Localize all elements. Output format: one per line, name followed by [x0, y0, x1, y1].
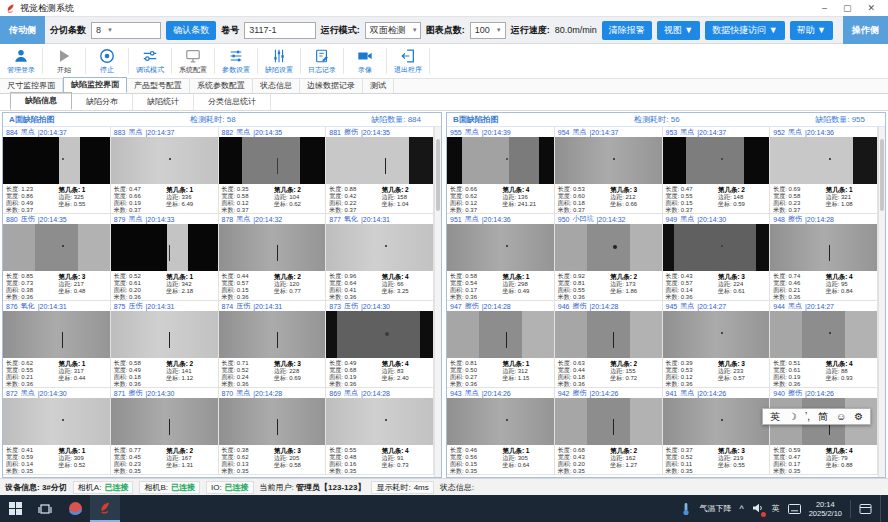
- volume-icon[interactable]: [752, 502, 764, 516]
- defect-cell[interactable]: 878 黑点 |20:14:32 长度: 0.44宽度: 0.57面积: 0.1…: [219, 214, 327, 301]
- sub-tab-3[interactable]: 分类信息统计: [194, 94, 271, 110]
- main-tab-6[interactable]: 测试: [363, 79, 394, 93]
- close-button[interactable]: ✕: [867, 3, 875, 13]
- taskbar-app-browser[interactable]: [60, 495, 90, 522]
- main-tab-2[interactable]: 产品型号配置: [127, 79, 190, 93]
- defect-cell[interactable]: 874 压伤 |20:14:31 长度: 0.71宽度: 0.52面积: 0.2…: [219, 301, 327, 388]
- defect-image[interactable]: [3, 311, 110, 358]
- ime-emoji-icon[interactable]: ☺: [836, 411, 846, 422]
- defect-cell[interactable]: 941 黑点 |20:14:26 长度: 0.37宽度: 0.52面积: 0.1…: [663, 388, 771, 475]
- drive-side-button[interactable]: 传动侧: [0, 16, 45, 44]
- defect-cell[interactable]: 871 擦伤 |20:14:30 长度: 0.77宽度: 0.45面积: 0.2…: [111, 388, 219, 475]
- show-desktop-button[interactable]: [880, 495, 884, 522]
- ime-settings-icon[interactable]: ⚙: [854, 411, 863, 422]
- defect-cell[interactable]: 949 黑点 |20:14:30 长度: 0.43宽度: 0.57面积: 0.1…: [663, 214, 771, 301]
- defect-cell[interactable]: 946 擦伤 |20:14:28 长度: 0.63宽度: 0.44面积: 0.1…: [555, 301, 663, 388]
- defect-cell[interactable]: 945 黑点 |20:14:27 长度: 0.39宽度: 0.53面积: 0.1…: [663, 301, 771, 388]
- main-tab-5[interactable]: 边缘数据记录: [300, 79, 363, 93]
- defect-cell[interactable]: 873 压伤 |20:14:30 长度: 0.49宽度: 0.68面积: 0.1…: [326, 301, 434, 388]
- defect-cell[interactable]: 955 黑点 |20:14:39 长度: 0.66宽度: 0.62面积: 0.1…: [447, 127, 555, 214]
- quick-access-menu-button[interactable]: 数据快捷访问 ▼: [705, 21, 784, 40]
- defect-image[interactable]: [555, 398, 662, 445]
- defect-image[interactable]: [663, 224, 770, 271]
- main-tab-1[interactable]: 缺陷监控界面: [63, 77, 127, 93]
- defect-cell[interactable]: 951 黑点 |20:14:36 长度: 0.58宽度: 0.54面积: 0.1…: [447, 214, 555, 301]
- action-system-config[interactable]: 系统配置: [172, 44, 214, 79]
- roll-number-input[interactable]: 3117-1: [244, 22, 316, 39]
- defect-image[interactable]: [3, 137, 110, 184]
- task-view-button[interactable]: [30, 495, 60, 522]
- defect-cell[interactable]: 947 擦伤 |20:14:28 长度: 0.81宽度: 0.50面积: 0.2…: [447, 301, 555, 388]
- operator-side-button[interactable]: 操作侧: [843, 16, 888, 44]
- defect-image[interactable]: [219, 311, 326, 358]
- defect-image[interactable]: [447, 398, 554, 445]
- defect-image[interactable]: [3, 398, 110, 445]
- action-param-settings[interactable]: 参数设置: [215, 44, 257, 79]
- defect-image[interactable]: [555, 224, 662, 271]
- defect-cell[interactable]: 953 黑点 |20:14:37 长度: 0.47宽度: 0.55面积: 0.1…: [663, 127, 771, 214]
- defect-image[interactable]: [111, 311, 218, 358]
- defect-cell[interactable]: 882 黑点 |20:14:35 长度: 0.35宽度: 0.58面积: 0.1…: [219, 127, 327, 214]
- start-button[interactable]: [0, 495, 30, 522]
- defect-image[interactable]: [663, 311, 770, 358]
- keyboard-icon[interactable]: [788, 504, 801, 514]
- defect-image[interactable]: [219, 224, 326, 271]
- ime-lang-toggle[interactable]: 英: [770, 410, 780, 424]
- defect-cell[interactable]: 883 黑点 |20:14:37 长度: 0.47宽度: 0.66面积: 0.1…: [111, 127, 219, 214]
- ime-language-indicator[interactable]: 英: [772, 503, 780, 514]
- defect-cell[interactable]: 879 黑点 |20:14:33 长度: 0.52宽度: 0.61面积: 0.2…: [111, 214, 219, 301]
- taskbar-app-vision-system[interactable]: [90, 495, 120, 522]
- action-login[interactable]: 管理登录: [0, 44, 42, 79]
- defect-cell[interactable]: 875 压伤 |20:14:31 长度: 0.58宽度: 0.49面积: 0.1…: [111, 301, 219, 388]
- scrollbar-a[interactable]: [434, 127, 441, 477]
- defect-image[interactable]: [663, 398, 770, 445]
- action-defect-settings[interactable]: 缺陷设置: [258, 44, 300, 79]
- chart-points-select[interactable]: 100▼: [470, 22, 506, 39]
- ime-punctuation-icon[interactable]: ’,: [805, 411, 810, 422]
- main-tab-3[interactable]: 系统参数配置: [190, 79, 253, 93]
- defect-cell[interactable]: 950 小凹坑 |20:14:32 长度: 0.92宽度: 0.81面积: 0.…: [555, 214, 663, 301]
- ime-simplified-toggle[interactable]: 简: [818, 410, 828, 424]
- defect-image[interactable]: [447, 224, 554, 271]
- defect-cell[interactable]: 877 氧化 |20:14:31 长度: 0.96宽度: 0.64面积: 0.4…: [326, 214, 434, 301]
- action-exit[interactable]: 退出程序: [387, 44, 429, 79]
- defect-cell[interactable]: 954 黑点 |20:14:37 长度: 0.53宽度: 0.60面积: 0.1…: [555, 127, 663, 214]
- view-menu-button[interactable]: 视图 ▼: [657, 21, 700, 40]
- action-start[interactable]: 开始: [43, 44, 85, 79]
- defect-cell[interactable]: 870 黑点 |20:14:28 长度: 0.38宽度: 0.62面积: 0.1…: [219, 388, 327, 475]
- defect-cell[interactable]: 881 擦伤 |20:14:35 长度: 0.88宽度: 0.42面积: 0.2…: [326, 127, 434, 214]
- ime-half-full-icon[interactable]: ☽: [788, 411, 797, 422]
- clear-alarm-button[interactable]: 清除报警: [602, 21, 652, 40]
- defect-image[interactable]: [111, 137, 218, 184]
- defect-image[interactable]: [326, 311, 433, 358]
- sub-tab-1[interactable]: 缺陷分布: [72, 94, 133, 110]
- defect-cell[interactable]: 948 擦伤 |20:14:28 长度: 0.74宽度: 0.46面积: 0.2…: [770, 214, 878, 301]
- defect-image[interactable]: [219, 137, 326, 184]
- main-tab-0[interactable]: 尺寸监控界面: [0, 79, 63, 93]
- defect-image[interactable]: [555, 311, 662, 358]
- action-log[interactable]: 日志记录: [301, 44, 343, 79]
- action-stop[interactable]: 停止: [86, 44, 128, 79]
- help-menu-button[interactable]: 帮助 ▼: [790, 21, 833, 40]
- minimize-button[interactable]: –: [822, 3, 827, 13]
- defect-cell[interactable]: 869 黑点 |20:14:28 长度: 0.55宽度: 0.48面积: 0.1…: [326, 388, 434, 475]
- action-debug-mode[interactable]: 调试模式: [129, 44, 171, 79]
- sub-tab-2[interactable]: 缺陷统计: [133, 94, 194, 110]
- defect-image[interactable]: [3, 224, 110, 271]
- defect-image[interactable]: [555, 137, 662, 184]
- defect-cell[interactable]: 880 压伤 |20:14:35 长度: 0.85宽度: 0.73面积: 0.3…: [3, 214, 111, 301]
- defect-image[interactable]: [770, 224, 877, 271]
- defect-cell[interactable]: 872 黑点 |20:14:30 长度: 0.41宽度: 0.59面积: 0.1…: [3, 388, 111, 475]
- defect-image[interactable]: [447, 137, 554, 184]
- run-mode-select[interactable]: 双面检测▼: [365, 22, 421, 39]
- defect-cell[interactable]: 952 黑点 |20:14:36 长度: 0.69宽度: 0.58面积: 0.2…: [770, 127, 878, 214]
- defect-image[interactable]: [770, 311, 877, 358]
- main-tab-4[interactable]: 状态信息: [253, 79, 300, 93]
- scrollbar-b[interactable]: [878, 127, 885, 477]
- maximize-button[interactable]: ▢: [843, 3, 852, 13]
- defect-image[interactable]: [111, 398, 218, 445]
- weather-text[interactable]: 气温下降: [699, 503, 731, 514]
- defect-image[interactable]: [326, 137, 433, 184]
- defect-cell[interactable]: 942 擦伤 |20:14:26 长度: 0.68宽度: 0.43面积: 0.2…: [555, 388, 663, 475]
- defect-image[interactable]: [111, 224, 218, 271]
